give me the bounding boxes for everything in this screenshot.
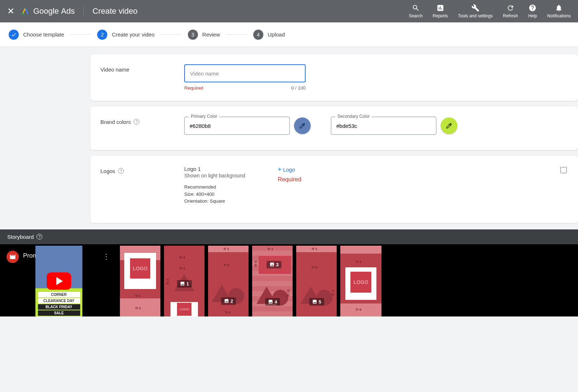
logo-rec-2: Size: 400×400 (184, 191, 245, 198)
track-label: Tr 5 (311, 266, 317, 269)
sale-text: CLEARANCE DAY (38, 298, 80, 303)
track-label: Tr 1 (311, 247, 317, 251)
ads-logo-icon (21, 7, 30, 16)
storyboard-frame-2[interactable]: Tr 3 Tr 4 Tr 2 1 LOGO (164, 246, 204, 316)
play-icon[interactable] (47, 272, 71, 290)
logo-info: Logo 1 Shown on light background Recomme… (184, 166, 245, 205)
step-label: Review (202, 31, 220, 38)
preview-phone: CORNER CLEARANCE DAY BLACK FRIDAY SALE (35, 246, 82, 316)
logo-rec-1: Recommended (184, 184, 245, 191)
brand-text: Google Ads (33, 7, 75, 16)
video-name-error: Required (184, 85, 203, 91)
logo-title: Logo 1 (184, 166, 245, 172)
image-badge: 4 (265, 298, 280, 306)
tools-settings-button[interactable]: Tools and settings (458, 4, 493, 18)
step-label: Choose template (23, 31, 64, 38)
image-badge: 5 (309, 298, 324, 306)
logo-placeholder: LOGO (177, 303, 191, 316)
search-button[interactable]: Search (409, 4, 423, 18)
step-label: Create your video (112, 31, 154, 38)
content: Video name Required 0 / 100 Brand colors… (0, 47, 578, 223)
check-icon (9, 30, 19, 40)
brand-colors-label: Brand colors ? (100, 117, 184, 140)
track-label: Tr 6 (225, 311, 230, 314)
video-name-counter: 0 / 100 (291, 85, 306, 91)
sale-text: CORNER (38, 292, 80, 297)
storyboard-frame-6[interactable]: Tr 1 LOGO Tr 6 (340, 246, 381, 316)
track-label: Tr 4 (223, 263, 229, 267)
eyedropper-icon (445, 122, 453, 129)
step-create-video[interactable]: 2 Create your video (97, 30, 154, 40)
step-label: Upload (268, 31, 285, 38)
director-icon (7, 251, 19, 263)
sale-text: SALE (38, 310, 80, 316)
track-label: Tr 2 (166, 279, 169, 284)
track-label: Tr 1 (135, 294, 141, 298)
primary-color-input[interactable] (184, 117, 290, 135)
step-choose-template[interactable]: Choose template (9, 30, 64, 40)
help-icon[interactable]: ? (134, 119, 139, 125)
secondary-color-picker[interactable] (441, 117, 457, 134)
step-number: 2 (97, 30, 107, 40)
step-upload[interactable]: 4 Upload (253, 30, 285, 40)
logo-rec-3: Orientation: Square (184, 198, 245, 205)
notifications-button[interactable]: Notifications (547, 4, 571, 18)
primary-color-picker[interactable] (294, 117, 311, 134)
video-name-input[interactable] (184, 64, 306, 82)
step-review[interactable]: 3 Review (188, 30, 220, 40)
refresh-button[interactable]: Refresh (503, 4, 518, 18)
storyboard-strip: Promote Your Sale ⋮ CORNER CLEARANCE DAY… (0, 244, 578, 316)
add-logo-button[interactable]: + Logo (278, 166, 301, 173)
track-label: Tr 1 (267, 247, 273, 251)
storyboard-frame-4[interactable]: Tr 1 3 Tr 6 4 Tr 11 (252, 246, 293, 316)
reports-button[interactable]: Reports (433, 4, 448, 18)
primary-color-group: Primary Color (184, 117, 311, 135)
track-label: Tr 6 (254, 260, 258, 266)
storyboard-frame-3[interactable]: Tr 1 Tr 4 Tr 6 2 (208, 246, 249, 316)
video-name-label: Video name (100, 64, 184, 91)
track-label: Tr 4 (331, 290, 335, 296)
more-icon[interactable]: ⋮ (103, 252, 110, 261)
crop-icon[interactable] (559, 166, 568, 176)
image-badge: 1 (177, 280, 192, 288)
image-badge: 2 (221, 297, 236, 305)
primary-color-label: Primary Color (189, 114, 219, 119)
logo-placeholder: LOGO (130, 258, 150, 279)
storyboard-preview[interactable]: Promote Your Sale ⋮ CORNER CLEARANCE DAY… (1, 246, 116, 316)
track-label: Tr 3 (179, 256, 185, 259)
top-bar: ✕ Google Ads Create video Search Reports… (0, 0, 578, 22)
storyboard-frame-5[interactable]: Tr 1 Tr 5 5 Tr 4 (296, 246, 337, 316)
track-label: Tr 2 (135, 306, 141, 310)
google-ads-logo[interactable]: Google Ads (21, 7, 75, 16)
track-label: Tr 1 (223, 247, 229, 251)
step-number: 4 (253, 30, 263, 40)
svg-point-0 (22, 13, 24, 15)
eyedropper-icon (299, 122, 306, 129)
track-label: Tr 6 (355, 308, 361, 311)
step-connector (226, 34, 247, 35)
step-connector (160, 34, 182, 35)
stepper: Choose template 2 Create your video 3 Re… (0, 22, 578, 47)
track-label: Tr 11 (286, 289, 290, 297)
brand-colors-card: Brand colors ? Primary Color Secondary C… (90, 107, 578, 150)
logo-placeholder: LOGO (350, 272, 371, 293)
secondary-color-input[interactable] (331, 117, 436, 135)
logos-card: Logos ? Logo 1 Shown on light background… (90, 156, 578, 223)
close-icon[interactable]: ✕ (7, 6, 14, 16)
track-label: Tr 4 (179, 267, 185, 270)
help-button[interactable]: Help (528, 4, 537, 18)
help-icon[interactable]: ? (118, 168, 124, 174)
secondary-color-group: Secondary Color (331, 117, 457, 135)
storyboard-frame-1[interactable]: LOGO Tr 1 Tr 2 (120, 246, 160, 316)
storyboard-header: Storyboard ? (0, 229, 578, 244)
image-badge: 3 (267, 261, 281, 268)
logo-error: Required (278, 176, 301, 183)
step-connector (70, 34, 91, 35)
video-name-card: Video name Required 0 / 100 (90, 54, 578, 101)
page-title: Create video (92, 7, 138, 16)
logos-label: Logos ? (100, 166, 184, 205)
top-bar-actions: Search Reports Tools and settings Refres… (409, 4, 571, 18)
help-icon[interactable]: ? (36, 234, 42, 240)
track-label: Tr 1 (355, 260, 361, 264)
divider (83, 6, 84, 16)
